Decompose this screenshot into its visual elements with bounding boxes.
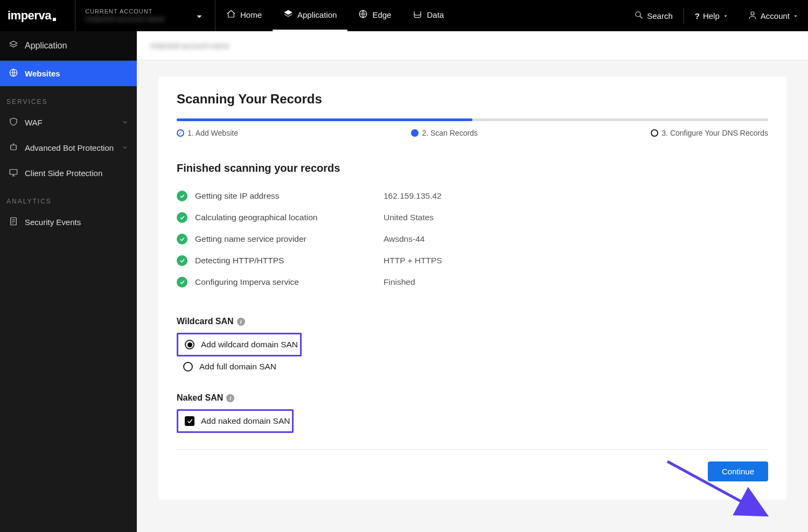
continue-button[interactable]: Continue [708, 461, 768, 481]
scan-value: Awsdns-44 [384, 234, 424, 244]
step-label: 3. Configure Your DNS Records [661, 129, 768, 137]
step-label: 2. Scan Records [422, 129, 478, 137]
sidebar-item-websites[interactable]: Websites [0, 61, 137, 86]
radio-icon [185, 340, 194, 349]
svg-point-1 [414, 10, 421, 13]
scan-row: Calculating geographical location United… [177, 207, 768, 228]
scan-label: Calculating geographical location [195, 213, 384, 222]
radio-label: Add full domain SAN [199, 362, 276, 372]
step-scan-records: 2. Scan Records [411, 129, 478, 137]
checkbox-add-naked-san[interactable]: Add naked domain SAN [177, 409, 294, 433]
sidebar-group-services: SERVICES [0, 86, 137, 110]
radio-add-full-san[interactable]: Add full domain SAN [177, 356, 283, 377]
account-menu[interactable]: Account [738, 10, 808, 22]
step-configure-dns: 3. Configure Your DNS Records [651, 129, 768, 137]
step-done-icon [177, 129, 184, 137]
nav-application-label: Application [297, 10, 337, 19]
search-icon [634, 10, 644, 22]
sidebar-item-advanced-bot-protection[interactable]: Advanced Bot Protection [0, 135, 137, 160]
scan-row: Configuring Imperva service Finished [177, 271, 768, 293]
account-selector-label: CURRENT ACCOUNT [85, 8, 205, 15]
account-selector-value: redacted-account-name [85, 15, 205, 23]
home-icon [226, 9, 236, 20]
svg-point-3 [751, 12, 754, 15]
info-icon[interactable]: i [237, 318, 245, 326]
scan-results: Getting site IP address 162.159.135.42 C… [177, 185, 768, 293]
svg-rect-5 [11, 145, 17, 150]
chevron-down-icon [122, 143, 128, 152]
caret-down-icon [194, 12, 204, 24]
page-title: Scanning Your Records [177, 92, 768, 107]
scan-value: United States [384, 213, 434, 222]
naked-san-label: Naked SAN [177, 393, 223, 403]
report-icon [9, 216, 18, 228]
nav-home[interactable]: Home [215, 0, 273, 31]
sidebar-item-label: WAF [25, 118, 43, 127]
brand-name: imperva [8, 9, 51, 23]
sidebar-item-waf[interactable]: WAF [0, 110, 137, 135]
sidebar-group-analytics: ANALYTICS [0, 186, 137, 209]
radio-add-wildcard-san[interactable]: Add wildcard domain SAN [177, 333, 302, 356]
caret-down-icon [723, 11, 728, 20]
step-label: 1. Add Website [187, 129, 238, 137]
progress-fill [177, 118, 472, 121]
account-selector[interactable]: CURRENT ACCOUNT redacted-account-name [75, 0, 215, 31]
search-button[interactable]: Search [624, 10, 682, 22]
step-add-website: 1. Add Website [177, 129, 238, 137]
nav-data-label: Data [427, 10, 444, 19]
scan-label: Configuring Imperva service [195, 277, 384, 287]
sidebar-item-label: Advanced Bot Protection [25, 143, 114, 152]
sidebar-header: Application [0, 31, 137, 61]
nav-home-label: Home [240, 10, 262, 19]
breadcrumb-text: redacted-account-name [150, 41, 229, 50]
check-icon [177, 255, 187, 266]
help-label: Help [703, 11, 720, 20]
progress-bar [177, 118, 768, 121]
monitor-icon [9, 167, 18, 179]
check-icon [177, 277, 187, 288]
check-icon [177, 234, 187, 244]
divider [684, 8, 684, 24]
breadcrumb: redacted-account-name [137, 31, 808, 60]
scan-value: Finished [384, 277, 415, 287]
step-current-icon [411, 129, 419, 137]
user-icon [748, 10, 757, 22]
account-label: Account [761, 11, 790, 20]
bot-icon [9, 142, 18, 153]
scan-label: Getting name service provider [195, 234, 384, 244]
nav-data[interactable]: Data [402, 0, 455, 31]
nav-application[interactable]: Application [273, 0, 347, 31]
brand-dot-icon [53, 18, 56, 21]
info-icon[interactable]: i [226, 394, 234, 402]
globe-icon [9, 68, 18, 79]
sidebar-item-label: Security Events [25, 218, 81, 227]
scan-row: Detecting HTTP/HTTPS HTTP + HTTPS [177, 250, 768, 271]
layers-icon [283, 9, 293, 20]
brand-logo[interactable]: imperva [0, 0, 75, 31]
check-icon [177, 191, 187, 201]
svg-rect-6 [10, 170, 17, 174]
scan-subtitle: Finished scanning your records [177, 162, 768, 174]
nav-edge-label: Edge [372, 10, 391, 19]
radio-label: Add wildcard domain SAN [201, 340, 298, 349]
wildcard-san-label: Wildcard SAN [177, 317, 234, 326]
check-icon [177, 212, 187, 223]
wildcard-san-title: Wildcard SAN i [177, 317, 768, 326]
sidebar-item-security-events[interactable]: Security Events [0, 209, 137, 235]
sidebar-header-label: Application [25, 41, 67, 51]
scan-value: 162.159.135.42 [384, 191, 442, 201]
nav-edge[interactable]: Edge [347, 0, 402, 31]
scan-row: Getting site IP address 162.159.135.42 [177, 185, 768, 207]
chevron-down-icon [122, 118, 128, 127]
database-icon [413, 9, 422, 20]
sidebar-item-label: Websites [25, 69, 60, 78]
help-menu[interactable]: ? Help [685, 11, 738, 20]
radio-icon [183, 362, 193, 372]
scan-row: Getting name service provider Awsdns-44 [177, 228, 768, 250]
sidebar-item-client-side-protection[interactable]: Client Side Protection [0, 160, 137, 186]
checkbox-icon [185, 416, 194, 426]
shield-icon [9, 117, 18, 128]
scan-value: HTTP + HTTPS [384, 256, 442, 265]
globe-icon [358, 9, 368, 20]
scan-label: Getting site IP address [195, 191, 384, 201]
